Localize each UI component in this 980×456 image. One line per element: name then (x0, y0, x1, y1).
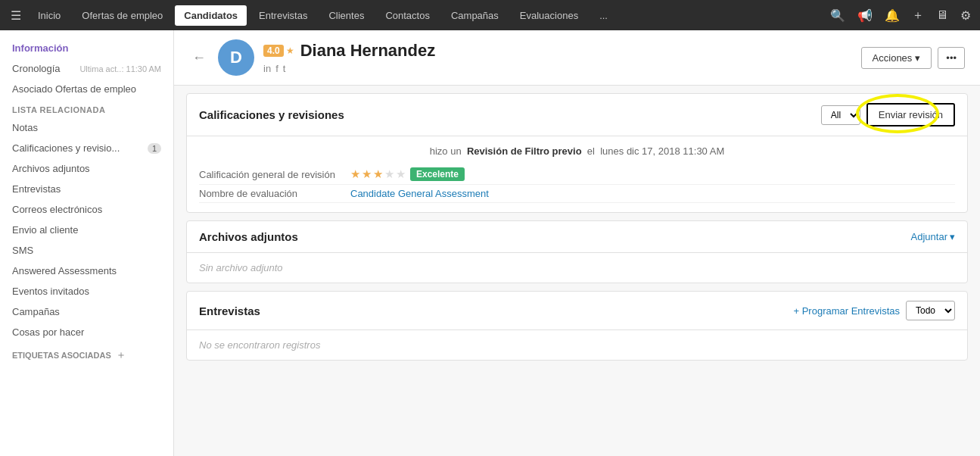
etiquetas-section: ETIQUETAS ASOCIADAS ＋ (0, 342, 173, 365)
sidebar-item-sms[interactable]: SMS (0, 240, 173, 261)
social-icons: in f t (263, 63, 852, 74)
search-icon[interactable]: 🔍 (827, 5, 848, 26)
enviar-revision-button[interactable]: Enviar revisión (866, 103, 955, 126)
review-intro: hizo un Revisión de Filtro previo el lun… (199, 145, 955, 157)
lista-relacionada-title: LISTA RELACIONADA (0, 99, 173, 117)
more-button[interactable]: ••• (938, 47, 965, 69)
archivos-section: Archivos adjuntos Adjuntar ▾ Sin archivo… (186, 220, 968, 283)
calificaciones-title: Calificaciones y revisiones (199, 108, 344, 121)
twitter-icon[interactable]: t (283, 63, 286, 74)
sidebar-item-asociado[interactable]: Asociado Ofertas de empleo (0, 79, 173, 99)
sidebar-item-envio[interactable]: Envio al cliente (0, 220, 173, 240)
rating-badge: 4.0 ★ (263, 45, 294, 57)
acciones-button[interactable]: Acciones ▾ (861, 47, 932, 69)
programar-button[interactable]: + Programar Entrevistas (793, 305, 900, 317)
archivos-title: Archivos adjuntos (199, 230, 298, 243)
stars-row: ★ ★ ★ ★ ★ (350, 167, 406, 181)
main-content: ← D 4.0 ★ Diana Hernandez in f t (174, 30, 980, 456)
calificaciones-body: hizo un Revisión de Filtro previo el lun… (187, 136, 967, 212)
back-button[interactable]: ← (189, 47, 209, 69)
star-5: ★ (396, 167, 406, 181)
sidebar-item-correos[interactable]: Correos electrónicos (0, 199, 173, 220)
top-navigation: ☰ Inicio Ofertas de empleo Candidatos En… (0, 0, 980, 30)
entrevistas-section: Entrevistas + Programar Entrevistas Todo… (186, 291, 968, 361)
calificaciones-controls: All Enviar revisión (821, 103, 955, 126)
nav-inicio[interactable]: Inicio (29, 5, 70, 26)
sidebar-item-campanas[interactable]: Campañas (0, 301, 173, 322)
review-row-calificacion: Calificación general de revisión ★ ★ ★ ★… (199, 164, 955, 185)
sidebar-item-eventos[interactable]: Eventos invitados (0, 281, 173, 301)
star-3: ★ (373, 167, 383, 181)
sidebar-item-answered-assessments[interactable]: Answered Assessments (0, 261, 173, 281)
gear-icon[interactable]: ⚙ (957, 5, 974, 26)
entrevistas-title: Entrevistas (199, 305, 260, 317)
sidebar-item-informacion[interactable]: Información (0, 38, 173, 58)
record-header: ← D 4.0 ★ Diana Hernandez in f t (174, 30, 980, 86)
broadcast-icon[interactable]: 📢 (854, 5, 876, 26)
nav-clientes[interactable]: Clientes (319, 5, 373, 26)
entrevistas-header: Entrevistas + Programar Entrevistas Todo (187, 292, 967, 330)
sidebar-item-calificaciones[interactable]: Calificaciones y revisio... 1 (0, 138, 173, 158)
calificacion-value: ★ ★ ★ ★ ★ Excelente (350, 167, 465, 181)
chevron-down-icon: ▾ (915, 52, 920, 64)
no-records-text: No se encontraron registros (199, 333, 320, 357)
star-1: ★ (350, 167, 360, 181)
calificaciones-header: Calificaciones y revisiones All Enviar r… (187, 94, 967, 136)
record-name: Diana Hernandez (300, 41, 436, 61)
no-archivo-text: Sin archivo adjunto (199, 256, 283, 280)
star-icon: ★ (286, 45, 294, 56)
nav-contactos[interactable]: Contactos (376, 5, 439, 26)
sidebar-item-notas[interactable]: Notas (0, 117, 173, 138)
nav-ofertas[interactable]: Ofertas de empleo (73, 5, 172, 26)
nav-right-icons: 🔍 📢 🔔 ＋ 🖥 ⚙ (827, 5, 974, 27)
chevron-down-icon: ▾ (950, 231, 955, 242)
adjuntar-button[interactable]: Adjuntar ▾ (911, 231, 955, 242)
nav-more[interactable]: ... (590, 5, 617, 26)
entrevistas-body: No se encontraron registros (187, 330, 967, 360)
etiquetas-add-icon[interactable]: ＋ (116, 348, 126, 362)
record-info: 4.0 ★ Diana Hernandez in f t (263, 41, 852, 74)
sidebar-item-entrevistas[interactable]: Entrevistas (0, 179, 173, 199)
screen-icon[interactable]: 🖥 (933, 5, 951, 25)
header-actions: Acciones ▾ ••• (861, 47, 965, 69)
star-2: ★ (362, 167, 372, 181)
nav-candidatos[interactable]: Candidatos (175, 5, 247, 26)
sidebar: Información Cronología Ultima act..: 11:… (0, 30, 174, 456)
nav-entrevistas[interactable]: Entrevistas (250, 5, 316, 26)
bell-icon[interactable]: 🔔 (882, 5, 903, 26)
archivos-body: Sin archivo adjunto (187, 253, 967, 283)
sidebar-item-archivos[interactable]: Archivos adjuntos (0, 158, 173, 179)
entrevistas-controls: + Programar Entrevistas Todo (793, 301, 955, 320)
calificacion-label: Calificación general de revisión (199, 169, 350, 180)
menu-icon[interactable]: ☰ (6, 5, 26, 26)
nav-evaluaciones[interactable]: Evaluaciones (511, 5, 587, 26)
sidebar-item-cosas[interactable]: Cosas por hacer (0, 322, 173, 342)
review-table: Calificación general de revisión ★ ★ ★ ★… (199, 164, 955, 203)
todo-select[interactable]: Todo (906, 301, 955, 320)
excelente-badge: Excelente (410, 167, 465, 181)
assessment-link[interactable]: Candidate General Assessment (350, 188, 489, 199)
evaluacion-value: Candidate General Assessment (350, 188, 489, 199)
review-row-evaluacion: Nombre de evaluación Candidate General A… (199, 185, 955, 203)
linkedin-icon[interactable]: in (263, 63, 271, 74)
calificaciones-section: Calificaciones y revisiones All Enviar r… (186, 93, 968, 213)
nav-campanas[interactable]: Campañas (442, 5, 508, 26)
star-4: ★ (384, 167, 394, 181)
filter-select[interactable]: All (821, 105, 860, 125)
avatar: D (218, 39, 254, 76)
plus-icon[interactable]: ＋ (909, 5, 927, 27)
sidebar-item-cronologia[interactable]: Cronología Ultima act..: 11:30 AM (0, 58, 173, 79)
evaluacion-label: Nombre de evaluación (199, 188, 350, 199)
facebook-icon[interactable]: f (275, 63, 278, 74)
archivos-header: Archivos adjuntos Adjuntar ▾ (187, 221, 967, 253)
